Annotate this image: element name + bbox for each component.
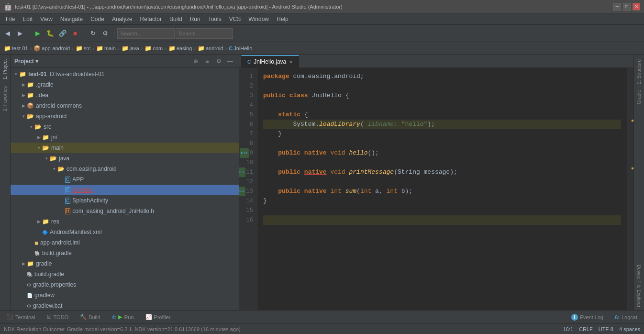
breadcrumb-src[interactable]: 📁 src — [76, 45, 91, 52]
bottom-tab-terminal[interactable]: ⬛ Terminal — [2, 312, 40, 323]
breadcrumb-JniHello[interactable]: C JniHello — [229, 45, 252, 51]
breadcrumb-appandroid[interactable]: 📦 app-android — [33, 45, 70, 52]
debug-btn[interactable]: 🐛 — [44, 28, 56, 39]
attach-btn[interactable]: 🔗 — [57, 28, 68, 39]
back-btn[interactable]: ◀ — [2, 28, 13, 39]
menu-item-code[interactable]: Code — [87, 15, 108, 23]
breadcrumb-android[interactable]: 📁 android — [198, 45, 223, 52]
right-sidebar-tabs: 2: Structure Gradle Device File Explorer — [633, 55, 644, 310]
folder-icon-com: 📁 — [144, 45, 152, 52]
tree-label: android-commons — [36, 102, 82, 109]
tree-item-jnihello-h[interactable]: H com_easing_android_JniHello.h — [11, 206, 239, 216]
forward-btn[interactable]: ▶ — [14, 28, 26, 39]
tree-item-APP[interactable]: C APP — [11, 174, 239, 185]
run-btn[interactable]: ▶ — [32, 28, 44, 39]
close-btn[interactable]: ✕ — [633, 3, 640, 11]
cursor-position[interactable]: 16:1 — [563, 326, 573, 332]
menu-item-build[interactable]: Build — [166, 15, 186, 23]
tree-item-gradle-properties[interactable]: ⚙ gradle.properties — [11, 279, 239, 290]
menu-item-view[interactable]: View — [36, 15, 56, 23]
right-tab-structure[interactable]: 2: Structure — [635, 56, 643, 87]
bottom-tab-logcat[interactable]: 6: Logcat — [610, 312, 642, 323]
tree-item-SplashActivity[interactable]: C SplashActivity — [11, 195, 239, 206]
tree-item-app-android[interactable]: ▾ 📂 app-android — [11, 111, 239, 122]
tab-close-btn[interactable]: ✕ — [289, 59, 293, 65]
tree-arrow: ▶ — [20, 103, 27, 108]
editor-tab-JniHello[interactable]: C JniHello.java ✕ — [241, 55, 299, 67]
tree-item-java[interactable]: ▾ 📂 java — [11, 153, 239, 164]
menu-item-window[interactable]: Window — [244, 15, 273, 23]
tree-item-jni[interactable]: ▶ 📁 jni — [11, 132, 239, 143]
tree-item-gradle-hidden[interactable]: ▶ 📁 .gradle — [11, 79, 239, 90]
tree-item-android-commons[interactable]: ▶ 📦 android-commons — [11, 100, 239, 111]
stop-btn[interactable]: ■ — [69, 28, 81, 39]
bottom-tab-todo[interactable]: ☑ TODO — [42, 312, 74, 323]
toolbar: ◀ ▶ ▶ 🐛 🔗 ■ ↻ ⚙ — [0, 25, 644, 42]
breadcrumb-easing[interactable]: 📁 easing — [168, 45, 192, 52]
minimize-panel-btn[interactable]: — — [225, 56, 235, 66]
code-content[interactable]: package com.easing.android; public class… — [257, 68, 627, 310]
menu-item-edit[interactable]: Edit — [19, 15, 36, 23]
toolbar-separator-2 — [84, 29, 84, 38]
menu-item-refactor[interactable]: Refactor — [136, 15, 166, 23]
gradle-sync-btn[interactable]: ⚙ — [100, 28, 111, 39]
right-gutter — [627, 68, 633, 310]
tree-item-idea[interactable]: ▶ 📁 .idea — [11, 90, 239, 100]
folder-icon-easing: 📁 — [168, 45, 176, 52]
menu-item-vcs[interactable]: VCS — [225, 15, 245, 23]
indent-info[interactable]: 4 spaces — [619, 326, 640, 332]
tree-label: java — [59, 155, 69, 162]
tree-item-res[interactable]: ▶ 📁 res — [11, 216, 239, 227]
bottom-tab-label: Run — [124, 314, 133, 320]
tree-item-gradlew-bat[interactable]: ⚙ gradlew.bat — [11, 301, 239, 310]
breadcrumb-testroot[interactable]: 📁 test-01 — [4, 45, 28, 52]
sidebar-item-project[interactable]: 1: Project — [1, 56, 9, 82]
maximize-btn[interactable]: □ — [623, 3, 631, 11]
tree-item-manifest[interactable]: 🔷 AndroidManifest.xml — [11, 227, 239, 237]
locate-file-btn[interactable]: ⊕ — [191, 56, 200, 66]
tree-item-src[interactable]: ▾ 📂 src — [11, 122, 239, 132]
charset[interactable]: UTF-8 — [599, 326, 613, 332]
tree-item-com-easing-android[interactable]: ▾ 📂 com.easing.android — [11, 164, 239, 174]
bottom-tab-run[interactable]: 4: ▶ Run — [107, 312, 139, 323]
bottom-tab-eventlog[interactable]: i Event Log — [566, 312, 609, 323]
tree-label: .idea — [36, 92, 48, 99]
tree-label: main — [51, 145, 64, 151]
bottom-tab-build[interactable]: 🔨 Build — [75, 312, 105, 323]
menu-item-run[interactable]: Run — [186, 15, 204, 23]
menu-item-tools[interactable]: Tools — [204, 15, 225, 23]
editor-tabs: C JniHello.java ✕ — [239, 55, 633, 68]
search-input[interactable] — [117, 28, 175, 39]
package-folder-icon: 📂 — [57, 166, 65, 172]
right-tab-device-explorer[interactable]: Device File Explorer — [635, 262, 643, 310]
menu-item-file[interactable]: File — [2, 15, 19, 23]
folder-icon-src: 📁 — [76, 45, 83, 52]
tree-item-main[interactable]: ▾ 📂 main — [11, 143, 239, 153]
code-line-12 — [263, 177, 621, 187]
tree-item-JniHello[interactable]: C JniHello — [11, 185, 239, 195]
settings-btn[interactable]: ⚙ — [214, 56, 223, 66]
search-input-2[interactable] — [176, 28, 233, 39]
right-tab-gradle[interactable]: Gradle — [635, 87, 643, 107]
bottom-tab-profiler[interactable]: 📈 Profiler — [141, 312, 176, 323]
sync-btn[interactable]: ↻ — [87, 28, 99, 39]
tree-item-gradle-folder[interactable]: ▶ 📁 gradle — [11, 258, 239, 269]
menu-item-analyze[interactable]: Analyze — [108, 15, 136, 23]
tree-item-app-iml[interactable]: ◼ app-android.iml — [11, 237, 239, 248]
minimize-btn[interactable]: ─ — [613, 3, 621, 11]
line-separator[interactable]: CRLF — [579, 326, 593, 332]
prop-icon: ⚙ — [27, 282, 31, 288]
tree-item-build-gradle-app[interactable]: 🐘 build.gradle — [11, 248, 239, 258]
code-editor[interactable]: 1 2 3 4 5 6 7 8 C++9 10 C++11 12 C++13 1… — [239, 68, 633, 310]
breadcrumb-com[interactable]: 📁 com — [144, 45, 163, 52]
breadcrumb-java[interactable]: 📁 java — [122, 45, 139, 52]
collapse-all-btn[interactable]: ≡ — [202, 56, 212, 66]
menu-item-navigate[interactable]: Navigate — [56, 15, 87, 23]
tree-item-test01[interactable]: ▾ 📁 test-01 D:\ws-android\test-01 — [11, 69, 239, 79]
sidebar-item-favorites[interactable]: 2: Favorites — [1, 83, 9, 114]
tree-item-build-gradle-root[interactable]: 🐘 build.gradle — [11, 269, 239, 279]
menu-item-help[interactable]: Help — [273, 15, 292, 23]
bat-icon: ⚙ — [27, 303, 31, 309]
tree-item-gradlew[interactable]: 📄 gradlew — [11, 290, 239, 301]
breadcrumb-main[interactable]: 📁 main — [96, 45, 116, 52]
